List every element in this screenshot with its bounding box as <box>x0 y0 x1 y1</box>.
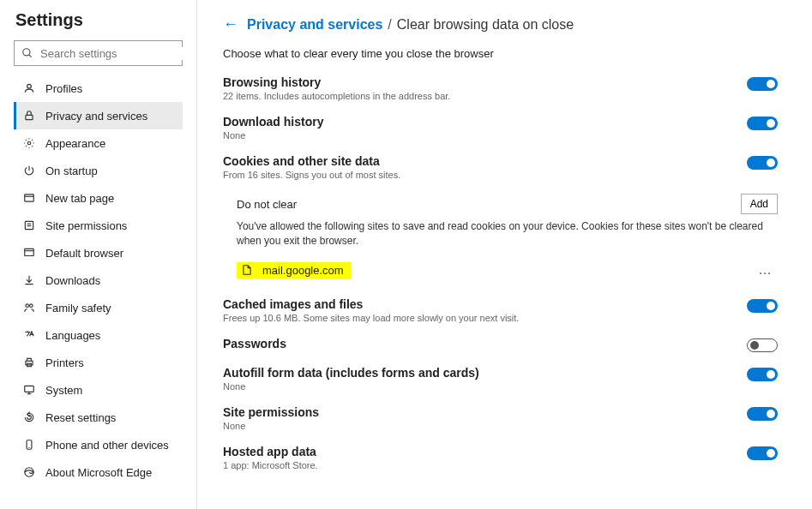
sidebar-item-languages[interactable]: Languages <box>14 321 183 349</box>
breadcrumb: ← Privacy and services / Clear browsing … <box>223 15 778 33</box>
sidebar-item-downloads[interactable]: Downloads <box>14 266 183 294</box>
setting-subtitle: None <box>223 421 730 431</box>
add-button[interactable]: Add <box>741 194 778 214</box>
setting-subtitle: None <box>223 381 730 392</box>
search-input[interactable] <box>40 47 184 60</box>
toggle-browsing-history[interactable] <box>747 77 778 91</box>
setting-sitepermissions: Site permissions None <box>223 405 778 431</box>
breadcrumb-parent-link[interactable]: Privacy and services <box>247 17 382 33</box>
back-arrow-icon[interactable]: ← <box>223 15 238 33</box>
setting-title: Download history <box>223 115 730 129</box>
svg-point-12 <box>26 304 29 308</box>
setting-passwords: Passwords <box>223 337 778 352</box>
sidebar-item-startup[interactable]: On startup <box>14 157 183 184</box>
setting-title: Cookies and other site data <box>223 154 730 168</box>
sidebar-item-label: Printers <box>45 356 84 369</box>
sidebar-item-sitepermissions[interactable]: Site permissions <box>14 212 183 239</box>
setting-cached: Cached images and files Frees up 10.6 MB… <box>223 297 778 323</box>
sidebar-nav: Profiles Privacy and services Appearance… <box>14 75 183 486</box>
setting-subtitle: From 16 sites. Signs you out of most sit… <box>223 170 730 180</box>
appearance-icon <box>21 137 37 149</box>
svg-rect-16 <box>25 386 34 392</box>
reset-icon <box>21 411 37 423</box>
do-not-clear-group: Do not clear Add You've allowed the foll… <box>237 194 778 282</box>
svg-point-2 <box>27 84 32 88</box>
setting-title: Autofill form data (includes forms and c… <box>223 366 730 380</box>
sidebar-item-appearance[interactable]: Appearance <box>14 129 183 157</box>
svg-point-0 <box>23 49 30 56</box>
setting-hosted: Hosted app data 1 app: Microsoft Store. <box>223 445 778 470</box>
site-row: mail.google.com … <box>237 259 778 282</box>
setting-subtitle: 1 app: Microsoft Store. <box>223 460 730 470</box>
page-intro: Choose what to clear every time you clos… <box>223 47 778 60</box>
breadcrumb-current: Clear browsing data on close <box>397 17 574 33</box>
toggle-cookies[interactable] <box>747 156 778 170</box>
do-not-clear-title: Do not clear <box>237 198 297 211</box>
svg-line-1 <box>29 55 32 57</box>
sidebar-item-label: Family safety <box>45 302 111 314</box>
more-options-button[interactable]: … <box>753 262 778 278</box>
svg-point-13 <box>30 304 33 308</box>
sidebar-item-label: System <box>45 384 82 397</box>
sidebar-item-about[interactable]: About Microsoft Edge <box>14 458 183 486</box>
power-icon <box>21 165 37 177</box>
setting-browsing-history: Browsing history 22 items. Includes auto… <box>223 75 778 101</box>
toggle-passwords[interactable] <box>747 338 778 352</box>
browser-icon <box>21 247 37 259</box>
setting-subtitle: Frees up 10.6 MB. Some sites may load mo… <box>223 313 730 323</box>
svg-rect-3 <box>26 115 33 119</box>
setting-subtitle: None <box>223 130 730 141</box>
sidebar-item-label: Privacy and services <box>45 110 147 123</box>
svg-point-4 <box>27 141 31 145</box>
sidebar-item-label: About Microsoft Edge <box>45 466 152 479</box>
language-icon <box>21 329 37 341</box>
toggle-sitepermissions[interactable] <box>747 407 778 421</box>
sidebar-item-profiles[interactable]: Profiles <box>14 75 183 102</box>
sidebar-item-label: Reset settings <box>45 411 116 424</box>
setting-cookies: Cookies and other site data From 16 site… <box>223 154 778 180</box>
sidebar-item-phone[interactable]: Phone and other devices <box>14 431 183 458</box>
toggle-download-history[interactable] <box>747 117 778 130</box>
site-name: mail.google.com <box>262 264 344 277</box>
sidebar-item-defaultbrowser[interactable]: Default browser <box>14 239 183 266</box>
system-icon <box>21 384 37 396</box>
sidebar-item-label: Languages <box>45 329 100 342</box>
setting-title: Browsing history <box>223 75 730 89</box>
setting-download-history: Download history None <box>223 115 778 141</box>
sidebar-item-reset[interactable]: Reset settings <box>14 404 183 431</box>
setting-autofill: Autofill form data (includes forms and c… <box>223 366 778 392</box>
permissions-icon <box>21 219 37 231</box>
sidebar-item-family[interactable]: Family safety <box>14 294 183 321</box>
sidebar-item-label: Profiles <box>45 82 82 95</box>
settings-title: Settings <box>14 10 183 30</box>
setting-title: Passwords <box>223 337 730 350</box>
sidebar-item-label: Downloads <box>45 274 100 287</box>
sidebar-item-label: Site permissions <box>45 219 127 232</box>
sidebar-item-label: Default browser <box>45 247 123 260</box>
family-icon <box>21 302 37 314</box>
sidebar-item-privacy[interactable]: Privacy and services <box>14 102 183 129</box>
sidebar-item-newtab[interactable]: New tab page <box>14 184 183 212</box>
newtab-icon <box>21 192 37 204</box>
toggle-hosted[interactable] <box>747 446 778 460</box>
profile-icon <box>21 82 37 94</box>
edge-icon <box>21 466 37 478</box>
highlight-annotation: mail.google.com <box>237 262 351 278</box>
phone-icon <box>21 439 37 451</box>
toggle-autofill[interactable] <box>747 368 778 381</box>
do-not-clear-description: You've allowed the following sites to sa… <box>237 219 778 249</box>
setting-title: Hosted app data <box>223 445 730 458</box>
sidebar-item-label: Phone and other devices <box>45 439 169 452</box>
breadcrumb-separator: / <box>388 17 391 33</box>
svg-rect-10 <box>25 249 34 255</box>
svg-rect-5 <box>25 195 34 201</box>
printer-icon <box>21 356 37 368</box>
toggle-cached[interactable] <box>747 299 778 313</box>
setting-title: Site permissions <box>223 405 730 419</box>
lock-icon <box>21 110 37 122</box>
page-icon <box>240 264 254 276</box>
sidebar-item-system[interactable]: System <box>14 376 183 404</box>
sidebar-item-printers[interactable]: Printers <box>14 349 183 376</box>
setting-title: Cached images and files <box>223 297 730 311</box>
search-box[interactable] <box>14 40 183 66</box>
